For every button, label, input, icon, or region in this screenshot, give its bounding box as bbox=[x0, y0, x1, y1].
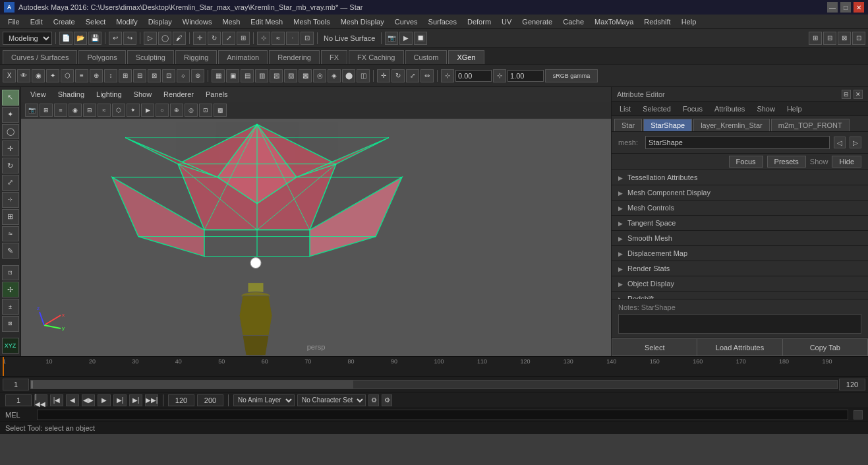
undo-icon[interactable]: ↩ bbox=[109, 32, 122, 45]
mesh-action-2[interactable]: ▷ bbox=[850, 137, 861, 148]
tab-custom[interactable]: Custom bbox=[405, 50, 448, 64]
next-frame-btn[interactable]: ▶| bbox=[113, 394, 127, 406]
move-icon[interactable]: ✛ bbox=[193, 32, 206, 45]
menu-modify[interactable]: Modify bbox=[111, 16, 142, 27]
tb2-icon22[interactable]: ◎ bbox=[313, 69, 326, 82]
camera-icon[interactable]: 📷 bbox=[385, 32, 398, 45]
tb2-icon6[interactable]: ≡ bbox=[75, 69, 88, 82]
open-icon[interactable]: 📂 bbox=[74, 32, 87, 45]
tb2-icon18[interactable]: ▥ bbox=[255, 69, 268, 82]
vp-icon7[interactable]: ⬡ bbox=[112, 104, 125, 117]
show-manip-btn[interactable]: ⊡ bbox=[2, 265, 19, 281]
layout4-icon[interactable]: ⊡ bbox=[852, 32, 865, 45]
timeline[interactable]: 1 10 20 30 40 50 60 70 80 90 100 110 120… bbox=[0, 356, 868, 376]
vp-icon12[interactable]: ◎ bbox=[185, 104, 198, 117]
prev-frame-btn[interactable]: ◀ bbox=[66, 394, 79, 406]
menu-display[interactable]: Display bbox=[143, 16, 177, 27]
vp-icon5[interactable]: ⊟ bbox=[83, 104, 96, 117]
tab-curves-surfaces[interactable]: Curves / Surfaces bbox=[3, 50, 77, 64]
select-icon[interactable]: ▷ bbox=[144, 32, 157, 45]
attr-tab-show[interactable]: Show bbox=[751, 104, 780, 114]
section-smooth-mesh-header[interactable]: ▶ Smooth Mesh bbox=[612, 231, 868, 245]
tb2-icon9[interactable]: ⊞ bbox=[119, 69, 132, 82]
tb2-icon16[interactable]: ▣ bbox=[226, 69, 239, 82]
notes-content[interactable] bbox=[618, 314, 861, 334]
lasso-select-btn[interactable]: ◯ bbox=[2, 124, 19, 140]
vp-menu-view[interactable]: View bbox=[25, 89, 51, 100]
anim-layer-select[interactable]: No Anim Layer bbox=[233, 394, 295, 406]
render-view-icon[interactable]: 🔲 bbox=[414, 32, 427, 45]
menu-select[interactable]: Select bbox=[80, 16, 111, 27]
select-footer-btn[interactable]: Select bbox=[612, 338, 697, 356]
timeline-track[interactable]: 1 10 20 30 40 50 60 70 80 90 100 110 120… bbox=[0, 357, 868, 376]
range-slider[interactable] bbox=[30, 380, 838, 389]
tb2-icon23[interactable]: ◈ bbox=[328, 69, 341, 82]
range-handle-left[interactable] bbox=[31, 381, 33, 388]
status-icon1[interactable] bbox=[854, 410, 863, 419]
scale-icon[interactable]: ⤢ bbox=[222, 32, 235, 45]
prev-key-btn[interactable]: |◀ bbox=[50, 394, 63, 406]
snap-grid-icon[interactable]: ⊹ bbox=[257, 32, 270, 45]
layout3-icon[interactable]: ⊠ bbox=[838, 32, 851, 45]
vp-wireframe-icon[interactable]: ⊡ bbox=[199, 104, 212, 117]
redo-icon[interactable]: ↪ bbox=[123, 32, 136, 45]
char-options-btn[interactable]: ⚙ bbox=[382, 394, 392, 406]
section-mesh-component-header[interactable]: ▶ Mesh Component Display bbox=[612, 185, 868, 200]
menu-redshift[interactable]: Redshift bbox=[639, 16, 676, 27]
tb2-icon20[interactable]: ▨ bbox=[284, 69, 297, 82]
hide-button[interactable]: Hide bbox=[832, 156, 861, 168]
custom2-btn[interactable]: ± bbox=[2, 299, 19, 315]
copy-tab-btn[interactable]: Copy Tab bbox=[783, 338, 868, 356]
tb2-rotate-icon[interactable]: ↻ bbox=[391, 69, 405, 82]
presets-button[interactable]: Presets bbox=[767, 156, 806, 168]
tb2-icon24[interactable]: ⬤ bbox=[342, 69, 355, 82]
attr-tab-help[interactable]: Help bbox=[782, 104, 807, 114]
tb2-icon10[interactable]: ⊟ bbox=[133, 69, 146, 82]
next-key-btn[interactable]: ▶| bbox=[129, 394, 142, 406]
attr-expand-icon[interactable]: ⊟ bbox=[842, 90, 851, 99]
menu-mesh-display[interactable]: Mesh Display bbox=[335, 16, 390, 27]
menu-mesh-tools[interactable]: Mesh Tools bbox=[288, 16, 335, 27]
new-scene-icon[interactable]: 📄 bbox=[59, 32, 72, 45]
menu-generate[interactable]: Generate bbox=[517, 16, 558, 27]
tb2-icon3[interactable]: ◉ bbox=[32, 69, 45, 82]
vp-icon3[interactable]: ≡ bbox=[54, 104, 67, 117]
anim-end-input[interactable] bbox=[168, 394, 194, 406]
vp-icon2[interactable]: ⊞ bbox=[40, 104, 53, 117]
tab-xgen[interactable]: XGen bbox=[448, 50, 484, 64]
tb2-icon12[interactable]: ⊡ bbox=[162, 69, 175, 82]
vp-menu-shading[interactable]: Shading bbox=[53, 89, 90, 100]
soft-mod-btn[interactable]: ≈ bbox=[2, 226, 19, 242]
move-tool-btn[interactable]: ✛ bbox=[2, 140, 19, 156]
sculpt-btn[interactable]: ✎ bbox=[2, 243, 19, 259]
vp-icon10[interactable]: ○ bbox=[156, 104, 169, 117]
rotate-icon[interactable]: ↻ bbox=[208, 32, 221, 45]
menu-maxtomaya[interactable]: MaxToMaya bbox=[589, 16, 639, 27]
attr-tab-focus[interactable]: Focus bbox=[678, 104, 708, 114]
tb2-icon21[interactable]: ▩ bbox=[299, 69, 312, 82]
node-tab-layer[interactable]: layer_Kremlin_Star bbox=[693, 119, 770, 131]
play-back-btn[interactable]: ◀▶ bbox=[82, 394, 95, 406]
play-fwd-btn[interactable]: ▶ bbox=[98, 394, 111, 406]
scale-tool-btn[interactable]: ⤢ bbox=[2, 175, 19, 191]
tab-rendering[interactable]: Rendering bbox=[269, 50, 320, 64]
focus-button[interactable]: Focus bbox=[729, 156, 763, 168]
vp-icon6[interactable]: ≈ bbox=[98, 104, 111, 117]
snap-view-icon[interactable]: ⊡ bbox=[301, 32, 314, 45]
menu-deform[interactable]: Deform bbox=[462, 16, 496, 27]
tab-animation[interactable]: Animation bbox=[218, 50, 268, 64]
vp-camera-icon[interactable]: 📷 bbox=[25, 104, 38, 117]
rotate-tool-btn[interactable]: ↻ bbox=[2, 158, 19, 173]
custom3-btn[interactable]: ⊠ bbox=[2, 316, 19, 332]
tb2-icon1[interactable]: X bbox=[3, 69, 16, 82]
axis-icon[interactable]: XYZ bbox=[2, 338, 19, 354]
timeline-inner[interactable]: 1 10 20 30 40 50 60 70 80 90 100 110 120… bbox=[3, 357, 865, 376]
minimize-button[interactable]: — bbox=[827, 2, 838, 13]
coord-x-input[interactable] bbox=[455, 70, 492, 82]
range-end-input[interactable] bbox=[839, 379, 865, 390]
menu-help[interactable]: Help bbox=[676, 16, 702, 27]
tb2-sym-icon[interactable]: ⇔ bbox=[420, 69, 434, 82]
tb2-icon8[interactable]: ↕ bbox=[104, 69, 117, 82]
viewport[interactable]: View Shading Lighting Show Renderer Pane… bbox=[21, 87, 611, 356]
menu-create[interactable]: Create bbox=[48, 16, 80, 27]
